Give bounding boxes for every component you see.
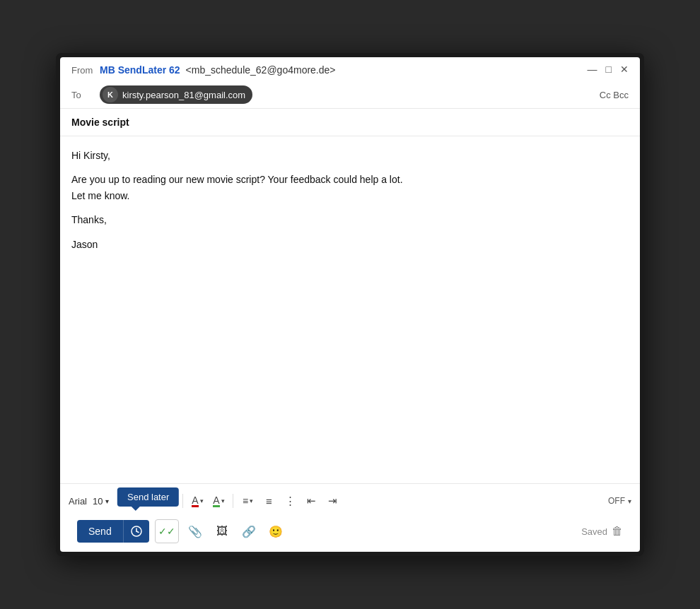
clock-icon	[131, 526, 142, 537]
attachment-icon: 📎	[188, 525, 202, 538]
window-controls: — □ ✕	[588, 64, 629, 74]
saved-status: Saved 🗑	[581, 525, 623, 538]
svg-line-2	[136, 531, 139, 533]
unordered-list-button[interactable]: ⋮	[280, 491, 300, 511]
indent-increase-button[interactable]: ⇥	[322, 491, 342, 511]
send-later-tooltip: Send later	[117, 487, 179, 507]
send-button-group: Send Send later	[77, 520, 149, 543]
font-size-arrow: ▾	[105, 497, 109, 505]
body-line2: Let me know.	[71, 190, 130, 201]
emoji-icon: 🙂	[269, 525, 283, 538]
minimize-button[interactable]: —	[588, 64, 597, 74]
image-icon: 🖼	[216, 525, 228, 538]
indent-decrease-button[interactable]: ⇤	[301, 491, 321, 511]
double-check-button[interactable]: ✓✓	[155, 519, 179, 543]
send-later-button[interactable]	[123, 520, 149, 543]
recipient-avatar: K	[103, 87, 118, 102]
trash-button[interactable]: 🗑	[612, 525, 623, 538]
send-later-wrapper: Send later	[123, 520, 149, 543]
cc-bcc-button[interactable]: Cc Bcc	[600, 90, 629, 100]
font-size-select[interactable]: 10 ▾	[93, 496, 109, 507]
body-line1: Are you up to reading our new movie scri…	[71, 172, 629, 203]
separator-2	[233, 494, 233, 508]
emoji-button[interactable]: 🙂	[265, 521, 286, 542]
maximize-button[interactable]: □	[606, 64, 612, 74]
to-row: To K kirsty.pearson_81@gmail.com Cc Bcc	[60, 81, 640, 109]
separator-1	[182, 494, 183, 508]
sign-off: Thanks,	[71, 212, 629, 227]
image-button[interactable]: 🖼	[211, 521, 233, 542]
align-button[interactable]: ≡▾	[238, 491, 257, 511]
email-body[interactable]: Hi Kirsty, Are you up to reading our new…	[60, 136, 640, 483]
close-button[interactable]: ✕	[620, 64, 629, 74]
recipient-email: kirsty.pearson_81@gmail.com	[122, 90, 245, 100]
from-label: From	[71, 65, 94, 76]
sender-name: MB SendLater 62	[100, 64, 180, 76]
toolbar-area: Arial 10 ▾ B I U A▾ A▾ ≡▾	[60, 483, 640, 552]
title-bar: From MB SendLater 62 <mb_schedule_62@go4…	[60, 57, 640, 81]
attachment-button[interactable]: 📎	[185, 521, 206, 542]
sender-name-body: Jason	[71, 237, 629, 252]
highlight-button[interactable]: A▾	[209, 491, 228, 511]
action-row: Send Send later ✓✓	[69, 514, 631, 552]
font-color-button[interactable]: A▾	[187, 491, 207, 511]
link-icon: 🔗	[242, 525, 256, 538]
recipient-chip[interactable]: K kirsty.pearson_81@gmail.com	[100, 85, 252, 104]
trash-icon: 🗑	[612, 525, 623, 537]
sender-email: <mb_schedule_62@go4more.de>	[186, 64, 336, 76]
font-select[interactable]: Arial	[69, 496, 87, 507]
ordered-list-button[interactable]: ≡	[259, 491, 279, 511]
off-toggle[interactable]: OFF ▾	[608, 496, 631, 506]
saved-label: Saved	[581, 526, 607, 537]
send-button[interactable]: Send	[77, 520, 123, 543]
greeting: Hi Kirsty,	[71, 148, 629, 163]
to-label: To	[71, 90, 94, 100]
subject-row: Movie script	[60, 109, 640, 136]
subject-text: Movie script	[71, 117, 129, 128]
link-button[interactable]: 🔗	[238, 521, 259, 542]
off-toggle-arrow: ▾	[628, 497, 631, 505]
